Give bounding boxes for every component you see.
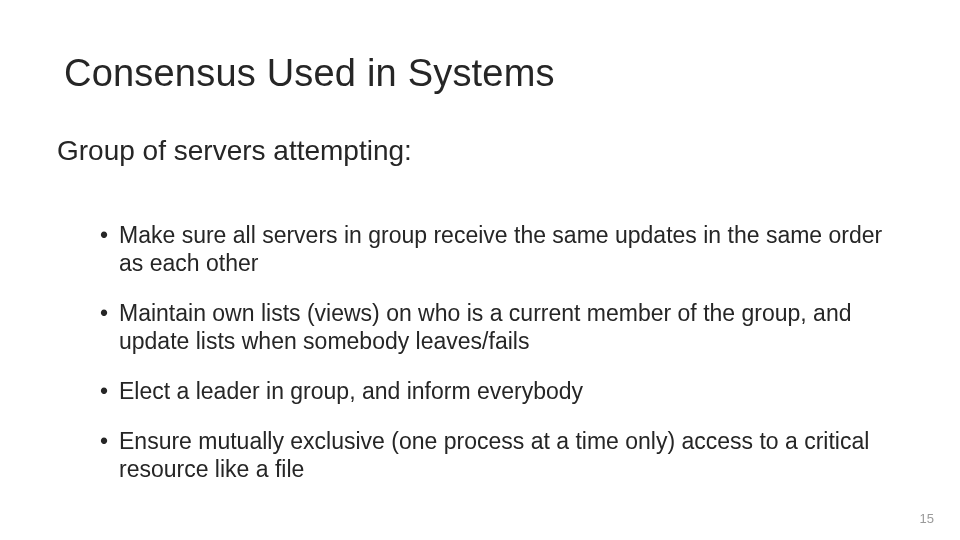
slide: Consensus Used in Systems Group of serve… — [0, 0, 960, 540]
slide-title: Consensus Used in Systems — [64, 52, 555, 95]
bullet-list: Make sure all servers in group receive t… — [57, 221, 900, 505]
list-item: Elect a leader in group, and inform ever… — [97, 377, 900, 405]
slide-subtitle: Group of servers attempting: — [57, 135, 412, 167]
list-item: Maintain own lists (views) on who is a c… — [97, 299, 900, 355]
list-item: Ensure mutually exclusive (one process a… — [97, 427, 900, 483]
list-item: Make sure all servers in group receive t… — [97, 221, 900, 277]
page-number: 15 — [920, 511, 934, 526]
